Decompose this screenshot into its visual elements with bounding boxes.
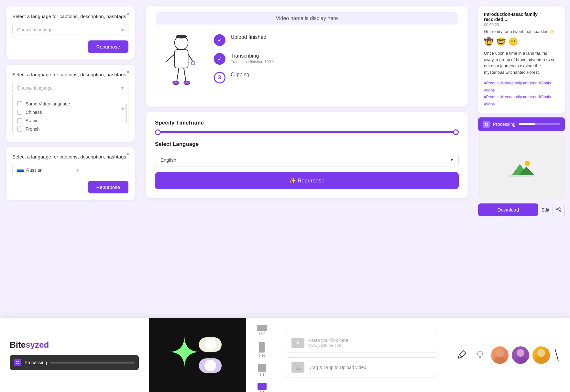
slider-thumb-right[interactable] [453,129,459,135]
slider-thumb-left[interactable] [155,129,161,135]
aspect-9-16[interactable]: 9:16 [257,340,267,359]
svg-point-35 [296,365,298,367]
upload-box[interactable]: Drag & Drop to Upload video [286,357,438,377]
processing-bar: Processing [478,117,565,131]
repurpose-button-3[interactable]: Repurpose [88,181,128,193]
upload-img-icon [291,362,304,373]
aspect-16-9[interactable]: 16:9 [255,323,269,338]
svg-rect-10 [485,123,486,124]
option-chiness[interactable]: Chiness [17,110,124,115]
lightbulb-tool[interactable] [472,347,488,363]
svg-point-46 [515,357,526,364]
step-clipping: 3 Clipping [214,72,274,83]
checkbox-same-video[interactable] [17,101,22,106]
language-select-3[interactable]: Russian ▾ [12,164,128,176]
svg-point-48 [535,357,547,364]
svg-rect-23 [16,361,17,362]
avatar-3 [532,346,550,364]
tweet-body: Once upon a time in a land far, far away… [484,50,559,75]
language-title: Select Language [155,141,459,147]
svg-point-1 [176,35,187,38]
timeframe-title: Specify Timeframe [155,120,459,126]
step-upload-label: Upload finished [231,34,266,40]
svg-point-29 [204,339,216,350]
hashtags-row-2: #Product #Leadership #misson #Goals #Win… [484,94,559,108]
tweet-subtitle: Get ready for a tweet that sparkles ✨ [484,29,559,34]
upload-section: Paste your link here : www.youtube.com D… [278,318,446,392]
card-1-title: Select a language for captions, descript… [12,14,128,19]
svg-point-19 [560,210,561,212]
timeframe-slider[interactable] [155,131,459,133]
svg-line-22 [558,210,560,211]
option-french[interactable]: French [17,126,124,132]
download-button[interactable]: Download [478,203,538,216]
tweet-card: Introduction-Issac family recorded... 00… [478,6,565,114]
svg-point-45 [517,349,524,357]
hashtags-row-1: #Product #Leadership #misson #Goals #Win… [484,80,559,94]
step-upload: ✓ Upload finished [214,34,274,46]
bottom-proc-icon [14,359,21,366]
step-transcribing-label: Transcribing [231,53,274,59]
option-arabic[interactable]: Arabic [17,118,124,123]
steps-list: ✓ Upload finished ✓ Transcribing Transcr… [214,31,274,83]
svg-rect-26 [18,363,19,364]
card-3-title: Select a language for captions, descript… [12,154,128,159]
checkbox-french[interactable] [17,126,22,132]
language-dropdown-2[interactable]: Choose langauge ▾ [12,82,128,94]
video-name-bar: Video name is display here [156,12,458,25]
svg-point-37 [477,351,483,356]
repurpose-button-1[interactable]: Repurpose [88,40,128,53]
pen-tool[interactable] [454,347,469,363]
processing-label: Processing [493,122,515,127]
close-button-1[interactable]: × [126,11,130,17]
close-button-3[interactable]: × [126,151,130,157]
svg-rect-12 [485,125,486,126]
processing-bar-fill [519,123,535,125]
edit-button[interactable]: Edit [542,207,549,212]
youtube-icon [291,338,304,348]
card-2-title: Select a language for captions, descript… [12,72,128,77]
language-select-1[interactable]: Choose langauge [12,24,128,36]
svg-point-8 [173,81,179,84]
svg-line-4 [188,54,193,62]
step-transcribing-sub: Transcribe finished 100% [231,60,274,64]
language-card-2: × Select a language for captions, descri… [6,65,135,142]
paste-label: Paste your link here : [308,338,351,343]
bottom-proc-label: Processing [25,360,47,365]
language-select-wrapper-1: Choose langauge [12,24,128,36]
aspect-4-3[interactable]: 4:3 [256,381,269,392]
svg-line-21 [558,208,560,209]
bottom-processing-bar: Processing [10,355,139,370]
svg-point-30 [204,360,216,371]
close-button-2[interactable]: × [126,69,130,75]
step-clipping-label: Clipping [231,72,249,78]
checkbox-chiness[interactable] [17,110,22,115]
checkbox-arabic[interactable] [17,118,22,123]
aspect-1-1[interactable]: 1:1 [256,362,268,378]
svg-point-47 [537,349,545,357]
emoji-1: 🤠 [484,37,494,46]
svg-line-7 [184,68,186,82]
logo-box [149,318,246,392]
big-repurpose-button[interactable]: ✨ Repurpose [155,172,459,189]
option-same-video[interactable]: Same Video language [17,101,124,106]
avatar-1 [491,346,509,364]
bottom-proc-bg [50,362,134,364]
paste-link-box[interactable]: Paste your link here : www.youtube.com [286,333,438,353]
language-card-1: × Select a language for captions, descri… [6,6,135,60]
language-select-main[interactable]: English ▾ [155,153,459,167]
cursor-indicator [555,349,559,361]
share-button[interactable] [553,204,565,216]
language-card-3: × Select a language for captions, descri… [6,147,135,200]
bottom-overlay: Bitesyzed Processing 16:9 [0,318,570,392]
svg-rect-13 [487,125,488,126]
dropdown-list: Same Video language Chiness Arabic [17,101,124,132]
step-icon-clipping: 3 [214,72,225,83]
avatar-2 [512,346,529,364]
step-transcribing: ✓ Transcribing Transcribe finished 100% [214,53,274,65]
upload-steps: ✓ Upload finished ✓ Transcribing Transcr… [156,31,458,97]
svg-point-44 [494,357,506,364]
step-icon-transcribing: ✓ [214,53,225,65]
svg-rect-24 [18,361,19,362]
svg-point-14 [525,161,530,166]
